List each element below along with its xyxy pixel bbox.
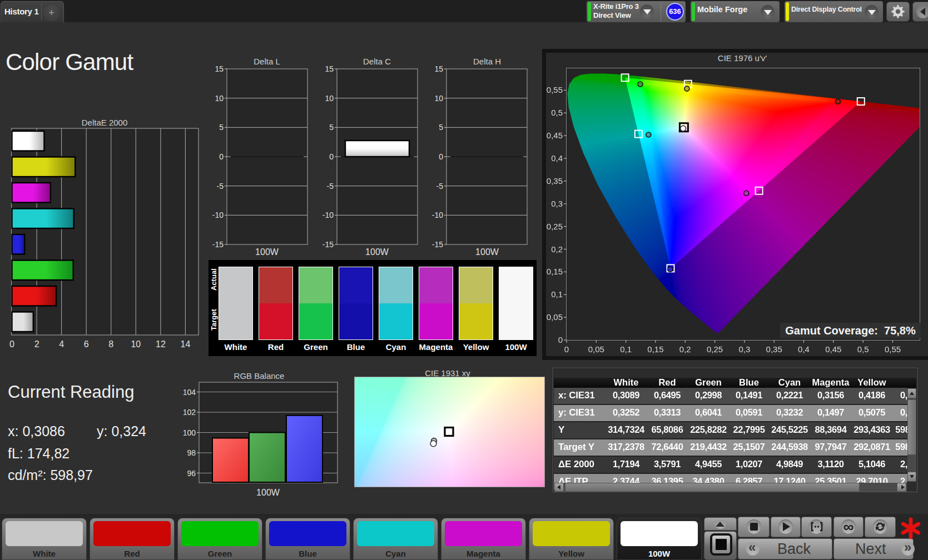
svg-text:-5: -5 xyxy=(217,182,224,191)
svg-text:0: 0 xyxy=(439,152,443,161)
svg-text:-10: -10 xyxy=(322,211,334,219)
svg-text:Delta C: Delta C xyxy=(363,57,391,66)
svg-text:-10: -10 xyxy=(432,211,443,219)
svg-text:5: 5 xyxy=(219,123,224,132)
svg-text:0: 0 xyxy=(219,152,224,161)
svg-text:0,2: 0,2 xyxy=(551,244,563,254)
svg-text:0,25: 0,25 xyxy=(707,344,723,354)
svg-text:0,25: 0,25 xyxy=(547,222,563,231)
svg-text:-5: -5 xyxy=(436,182,444,191)
svg-text:14: 14 xyxy=(181,339,191,349)
svg-text:0: 0 xyxy=(329,152,334,161)
svg-text:12: 12 xyxy=(156,339,166,349)
svg-text:4: 4 xyxy=(59,339,64,349)
svg-text:102: 102 xyxy=(183,408,196,417)
svg-text:0,4: 0,4 xyxy=(798,344,810,354)
svg-text:100: 100 xyxy=(183,428,196,437)
svg-text:15: 15 xyxy=(434,64,443,73)
svg-text:5: 5 xyxy=(439,123,443,132)
svg-text:0,45: 0,45 xyxy=(547,131,563,140)
svg-text:-5: -5 xyxy=(327,182,334,191)
svg-text:0,45: 0,45 xyxy=(825,344,841,354)
svg-text:0,3: 0,3 xyxy=(738,344,750,354)
svg-text:0,3: 0,3 xyxy=(551,199,563,208)
svg-text:0: 0 xyxy=(9,339,14,349)
svg-text:8: 8 xyxy=(108,339,113,349)
svg-text:0,55: 0,55 xyxy=(547,85,563,94)
svg-text:Delta L: Delta L xyxy=(254,57,280,66)
svg-text:0,4: 0,4 xyxy=(551,153,563,163)
svg-text:-15: -15 xyxy=(212,240,224,249)
svg-text:0,5: 0,5 xyxy=(551,108,563,117)
svg-text:6: 6 xyxy=(84,339,89,349)
svg-text:DeltaE 2000: DeltaE 2000 xyxy=(82,118,128,127)
svg-text:10: 10 xyxy=(215,94,224,103)
svg-text:96: 96 xyxy=(187,469,196,478)
svg-text:0,55: 0,55 xyxy=(885,344,901,354)
svg-text:10: 10 xyxy=(131,339,141,349)
svg-text:0,35: 0,35 xyxy=(766,344,782,354)
svg-text:0: 0 xyxy=(564,344,569,354)
svg-text:104: 104 xyxy=(183,388,196,397)
svg-text:0,15: 0,15 xyxy=(547,267,563,276)
svg-text:100W: 100W xyxy=(365,247,389,257)
svg-text:0,2: 0,2 xyxy=(679,344,691,354)
svg-text:5: 5 xyxy=(329,123,334,132)
svg-text:0,1: 0,1 xyxy=(551,289,563,299)
svg-text:100W: 100W xyxy=(256,488,280,497)
svg-text:RGB Balance: RGB Balance xyxy=(234,371,285,381)
svg-text:98: 98 xyxy=(187,448,196,457)
svg-text:-15: -15 xyxy=(322,240,334,249)
svg-text:15: 15 xyxy=(325,64,334,73)
svg-text:0,1: 0,1 xyxy=(620,344,632,354)
svg-text:0: 0 xyxy=(558,335,563,344)
svg-text:10: 10 xyxy=(325,94,334,103)
svg-text:2: 2 xyxy=(34,339,39,349)
svg-text:0,05: 0,05 xyxy=(588,344,604,354)
svg-text:0,05: 0,05 xyxy=(547,312,563,322)
svg-text:-10: -10 xyxy=(212,211,224,219)
svg-text:Delta H: Delta H xyxy=(473,57,501,66)
svg-text:0,35: 0,35 xyxy=(547,176,563,186)
svg-text:10: 10 xyxy=(434,94,443,103)
svg-text:100W: 100W xyxy=(255,247,279,257)
svg-text:0,15: 0,15 xyxy=(647,344,663,354)
svg-text:100W: 100W xyxy=(475,247,499,257)
svg-text:15: 15 xyxy=(215,64,224,73)
svg-text:0,5: 0,5 xyxy=(857,344,869,354)
svg-text:-15: -15 xyxy=(432,240,443,249)
